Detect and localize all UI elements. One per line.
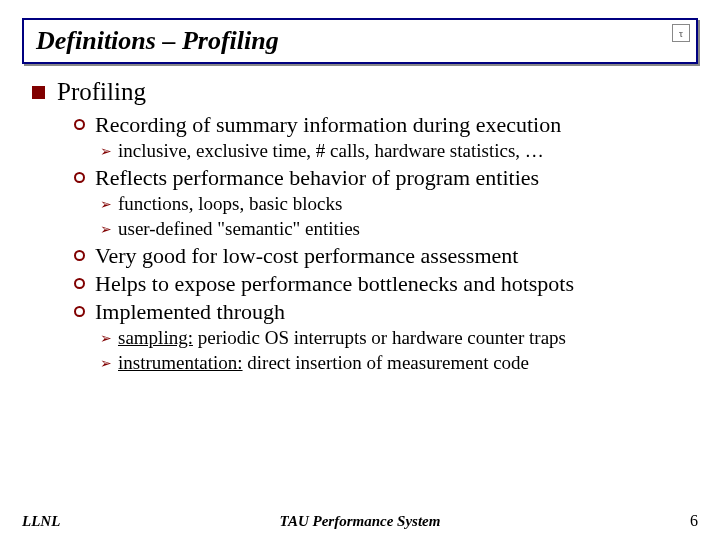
slide-number: 6 xyxy=(690,512,698,530)
bullet-text: Implemented through xyxy=(95,299,285,325)
bullet-level2: Helps to expose performance bottlenecks … xyxy=(74,271,698,297)
footer: LLNL TAU Performance System 6 xyxy=(0,512,720,530)
underlined-term: sampling: xyxy=(118,327,193,348)
arrow-bullet-icon: ➢ xyxy=(100,140,112,164)
level3-group: ➢ inclusive, exclusive time, # calls, ha… xyxy=(74,140,698,164)
square-bullet-icon xyxy=(32,86,45,99)
level3-group: ➢ functions, loops, basic blocks ➢ user-… xyxy=(74,193,698,242)
level3-group: ➢ sampling: periodic OS interrupts or ha… xyxy=(74,327,698,376)
level2-group: Recording of summary information during … xyxy=(32,112,698,376)
circle-bullet-icon xyxy=(74,172,85,183)
bullet-level3: ➢ instrumentation: direct insertion of m… xyxy=(100,352,698,376)
bullet-level2: Reflects performance behavior of program… xyxy=(74,165,698,191)
bullet-level2: Recording of summary information during … xyxy=(74,112,698,138)
slide: Definitions – Profiling τ Profiling Reco… xyxy=(0,0,720,540)
bullet-level3: ➢ inclusive, exclusive time, # calls, ha… xyxy=(100,140,698,164)
bullet-text: sampling: periodic OS interrupts or hard… xyxy=(118,327,566,349)
bullet-rest: direct insertion of measurement code xyxy=(243,352,529,373)
bullet-text: Very good for low-cost performance asses… xyxy=(95,243,518,269)
bullet-level2: Very good for low-cost performance asses… xyxy=(74,243,698,269)
circle-bullet-icon xyxy=(74,119,85,130)
bullet-text: inclusive, exclusive time, # calls, hard… xyxy=(118,140,544,162)
circle-bullet-icon xyxy=(74,306,85,317)
arrow-bullet-icon: ➢ xyxy=(100,218,112,242)
bullet-text: Recording of summary information during … xyxy=(95,112,561,138)
tau-logo-icon: τ xyxy=(672,24,690,42)
arrow-bullet-icon: ➢ xyxy=(100,193,112,217)
slide-title: Definitions – Profiling xyxy=(36,26,279,55)
title-box: Definitions – Profiling τ xyxy=(22,18,698,64)
arrow-bullet-icon: ➢ xyxy=(100,352,112,376)
bullet-text: Reflects performance behavior of program… xyxy=(95,165,539,191)
bullet-text: instrumentation: direct insertion of mea… xyxy=(118,352,529,374)
footer-left: LLNL xyxy=(22,513,60,530)
bullet-level3: ➢ user-defined "semantic" entities xyxy=(100,218,698,242)
bullet-level1: Profiling xyxy=(32,78,698,106)
bullet-text: functions, loops, basic blocks xyxy=(118,193,342,215)
bullet-level3: ➢ functions, loops, basic blocks xyxy=(100,193,698,217)
bullet-rest: periodic OS interrupts or hardware count… xyxy=(193,327,566,348)
arrow-bullet-icon: ➢ xyxy=(100,327,112,351)
footer-center: TAU Performance System xyxy=(280,513,441,530)
circle-bullet-icon xyxy=(74,250,85,261)
bullet-level2: Implemented through xyxy=(74,299,698,325)
bullet-text: Profiling xyxy=(57,78,146,106)
underlined-term: instrumentation: xyxy=(118,352,243,373)
bullet-level3: ➢ sampling: periodic OS interrupts or ha… xyxy=(100,327,698,351)
bullet-text: Helps to expose performance bottlenecks … xyxy=(95,271,574,297)
content-area: Profiling Recording of summary informati… xyxy=(22,78,698,376)
circle-bullet-icon xyxy=(74,278,85,289)
bullet-text: user-defined "semantic" entities xyxy=(118,218,360,240)
